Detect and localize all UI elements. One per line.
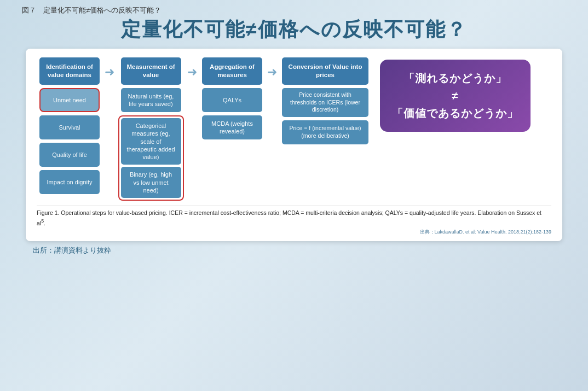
diagram-card: Identification of value domains Unmet ne…: [26, 49, 562, 241]
col1-impact-dignity: Impact on dignity: [39, 170, 100, 194]
col2-header: Measurement of value: [121, 57, 181, 85]
purple-line1: 「測れるかどうか」: [392, 69, 518, 87]
col4-price-f: Price = f (incremental value) (more deli…: [282, 120, 368, 144]
fig-label: 図７ 定量化不可能≠価格への反映不可能？: [22, 5, 161, 15]
flow-diagram: Identification of value domains Unmet ne…: [37, 57, 551, 201]
caption-sup: 5: [41, 218, 44, 224]
col2-natural-units: Natural units (eg, life years saved): [121, 88, 181, 112]
bottom-note: 出所：講演資料より抜粋: [33, 246, 111, 255]
right-section: Conversion of Value into prices Price co…: [279, 57, 531, 144]
figure-caption: Figure 1. Operational steps for value-ba…: [37, 205, 551, 227]
col1-survival: Survival: [39, 115, 100, 139]
col3-mcda: MCDA (weights revealed): [202, 115, 262, 139]
col-aggregation: Aggregation of measures QALYs MCDA (weig…: [199, 57, 265, 139]
purple-annotation: 「測れるかどうか」 ≠ 「価値であるかどうか」: [380, 60, 531, 132]
col-identification: Identification of value domains Unmet ne…: [37, 57, 102, 194]
col4-price-icer: Price consistent with thresholds on ICER…: [282, 88, 368, 117]
col4-header: Conversion of Value into prices: [282, 57, 368, 85]
main-title: 定量化不可能≠価格への反映不可能？: [121, 16, 467, 43]
arrow-2: ➜: [185, 65, 199, 79]
col1-quality-of-life: Quality of life: [39, 143, 100, 167]
arrow-1: ➜: [102, 65, 117, 79]
col3-qalys: QALYs: [202, 88, 262, 112]
col2-categorical: Categorical measures (eg, scale of thera…: [121, 118, 181, 165]
col-conversion: Conversion of Value into prices Price co…: [279, 57, 371, 144]
col1-header: Identification of value domains: [39, 57, 100, 85]
col2-binary: Binary (eg, high vs low unmet need): [121, 167, 181, 198]
arrow-3: ➜: [265, 65, 279, 79]
purple-line3: 「価値であるかどうか」: [392, 104, 518, 122]
col3-header: Aggregation of measures: [202, 57, 262, 85]
caption-text: Figure 1. Operational steps for value-ba…: [37, 209, 541, 226]
col-measurement: Measurement of value Natural units (eg, …: [117, 57, 185, 201]
purple-line2: ≠: [392, 87, 518, 104]
source-note: 出典：LakdawallaD. et al: Value Health. 201…: [37, 229, 551, 236]
col1-unmet-need: Unmet need: [39, 88, 100, 112]
